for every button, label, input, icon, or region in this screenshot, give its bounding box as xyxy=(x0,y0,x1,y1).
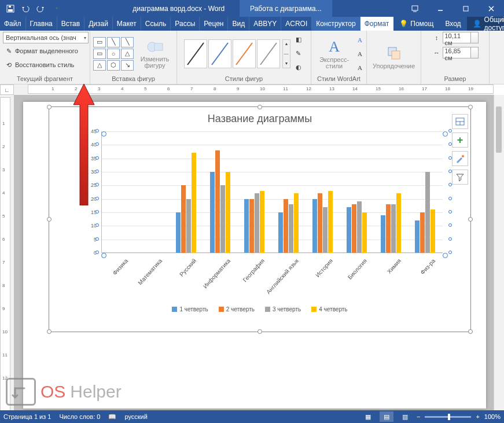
tab-home[interactable]: Главна xyxy=(26,17,57,31)
tab-references[interactable]: Ссыль xyxy=(141,17,171,31)
svg-line-12 xyxy=(236,43,252,65)
vertical-ruler[interactable]: 123456789101112 xyxy=(0,97,10,413)
zoom-level[interactable]: 100% xyxy=(484,413,501,420)
format-icon: ✎ xyxy=(4,46,13,56)
arrange-button[interactable]: Упорядочение xyxy=(369,44,418,71)
group-label: Вставка фигур xyxy=(112,75,155,83)
y-axis[interactable]: 051015202530354045 xyxy=(84,131,98,253)
page-indicator[interactable]: Страница 1 из 1 xyxy=(3,413,51,420)
read-mode-icon[interactable]: ▦ xyxy=(361,411,375,422)
text-outline-button[interactable]: A xyxy=(356,47,363,60)
chart-layout-icon[interactable] xyxy=(452,114,468,129)
quick-styles-button[interactable]: A Экспресс-стили xyxy=(314,37,354,71)
tab-chart-design[interactable]: Конструктор xyxy=(312,17,360,31)
ribbon-options-icon[interactable] xyxy=(402,2,428,16)
contextual-tools-label: Работа с диаграмма... xyxy=(240,0,332,17)
tab-abbyy[interactable]: ABBYY xyxy=(249,17,281,31)
text-effects-button[interactable]: A xyxy=(356,61,363,74)
shape-gallery[interactable]: ▭╲╲ ▭○△ △⬡↘ xyxy=(93,37,134,71)
save-icon[interactable] xyxy=(3,2,17,16)
tab-review[interactable]: Рецен xyxy=(200,17,228,31)
chart-elements-icon[interactable]: + xyxy=(452,133,468,148)
arrange-icon xyxy=(386,45,402,61)
style-more[interactable]: ▴—▾ xyxy=(282,39,290,68)
fill-icon: ◧ xyxy=(294,35,303,45)
horizontal-ruler[interactable]: 12345678910111213141516171819 xyxy=(28,84,494,94)
chart-filters-icon[interactable] xyxy=(452,170,468,185)
maximize-icon[interactable] xyxy=(453,2,479,16)
word-count[interactable]: Число слов: 0 xyxy=(59,413,100,420)
qat-customize-icon[interactable] xyxy=(49,2,62,16)
zoom-slider[interactable] xyxy=(425,416,471,418)
chart-object[interactable]: Название диаграммы 051015202530354045 Фи… xyxy=(49,106,471,332)
horizontal-ruler-row: ∟ 12345678910111213141516171819 xyxy=(0,84,494,95)
chart-side-buttons: + xyxy=(452,114,468,185)
close-icon[interactable] xyxy=(479,2,504,16)
text-fill-button[interactable]: A xyxy=(356,34,363,46)
svg-rect-1 xyxy=(8,9,13,12)
group-label: Стили фигур xyxy=(225,75,263,83)
print-layout-icon[interactable]: ▤ xyxy=(380,411,393,422)
tab-view[interactable]: Вид xyxy=(228,17,249,31)
zoom-out-icon[interactable]: − xyxy=(417,413,420,420)
undo-icon[interactable] xyxy=(19,2,32,16)
wordart-A-icon: A xyxy=(329,38,340,56)
tab-design[interactable]: Дизай xyxy=(84,17,113,31)
tab-file[interactable]: Файл xyxy=(0,17,26,31)
quick-access-toolbar xyxy=(0,2,62,16)
language-indicator[interactable]: русский xyxy=(124,413,147,420)
width-icon: ↔ xyxy=(432,48,442,57)
group-label: Текущий фрагмент xyxy=(17,75,73,83)
vertical-scrollbar[interactable] xyxy=(494,95,504,410)
watermark: OS Helper xyxy=(6,378,122,406)
window-controls xyxy=(402,2,504,16)
zoom-in-icon[interactable]: + xyxy=(476,413,479,420)
width-input[interactable]: 16,85 см xyxy=(443,47,479,58)
scrollbar-thumb[interactable] xyxy=(496,106,502,153)
tab-chart-format[interactable]: Формат xyxy=(360,17,394,31)
svg-line-13 xyxy=(260,43,277,65)
format-selection-button[interactable]: ✎Формат выделенного xyxy=(3,45,79,57)
chart-title[interactable]: Название диаграммы xyxy=(49,107,470,128)
web-layout-icon[interactable]: ▥ xyxy=(398,411,412,422)
legend[interactable]: 1 четверть2 четверть3 четверть4 четверть xyxy=(49,306,470,312)
tab-mailings[interactable]: Рассы xyxy=(171,17,200,31)
tab-insert[interactable]: Встав xyxy=(57,17,84,31)
reset-style-button[interactable]: ⟲Восстановить стиль xyxy=(3,58,75,71)
chart-plot-area[interactable]: 051015202530354045 xyxy=(84,131,443,253)
shape-fill-button[interactable]: ◧ xyxy=(293,34,304,46)
ribbon: Вертикальная ось (знач ✎Формат выделенно… xyxy=(0,31,504,84)
status-bar: Страница 1 из 1 Число слов: 0 📖 русский … xyxy=(0,410,504,423)
chart-element-combo[interactable]: Вертикальная ось (знач xyxy=(3,32,89,43)
bulb-icon: 💡 xyxy=(399,20,408,28)
minimize-icon[interactable] xyxy=(428,2,453,16)
svg-rect-5 xyxy=(463,6,468,11)
titlebar: диаграмма ворд.docx - Word Работа с диаг… xyxy=(0,0,504,17)
shape-effects-button[interactable]: ◐ xyxy=(293,61,304,74)
x-axis-labels[interactable]: ФизикаМатематикаРусскийИнформатикаГеогра… xyxy=(101,258,460,298)
chart-styles-icon[interactable] xyxy=(452,151,468,166)
svg-line-11 xyxy=(212,43,228,65)
tab-layout[interactable]: Макет xyxy=(113,17,141,31)
change-shape-icon xyxy=(146,39,164,55)
height-icon: ↕ xyxy=(432,33,442,42)
shape-style-gallery[interactable] xyxy=(184,39,280,68)
svg-rect-3 xyxy=(412,6,418,10)
ribbon-tabs: Файл Главна Встав Дизай Макет Ссыль Расс… xyxy=(0,17,504,31)
height-input[interactable]: 10,11 см xyxy=(443,32,479,43)
group-label: Размер xyxy=(444,75,466,83)
tell-me[interactable]: 💡Помощ xyxy=(393,17,439,31)
tab-selector[interactable]: ∟ xyxy=(0,84,14,95)
signin-button[interactable]: Вход xyxy=(439,17,466,31)
tab-acrobat[interactable]: ACROI xyxy=(281,17,312,31)
redo-icon[interactable] xyxy=(34,2,47,16)
svg-line-10 xyxy=(187,43,204,65)
spellcheck-icon[interactable]: 📖 xyxy=(108,413,116,421)
document-area[interactable]: Название диаграммы 051015202530354045 Фи… xyxy=(14,95,494,410)
document-title: диаграмма ворд.docx - Word xyxy=(133,5,225,13)
page: Название диаграммы 051015202530354045 Фи… xyxy=(23,102,486,409)
person-icon: 👤 xyxy=(473,20,481,28)
share-button[interactable]: 👤Общий доступ xyxy=(467,17,504,31)
group-size: ↕10,11 см ↔16,85 см Размер xyxy=(421,31,490,84)
shape-outline-button[interactable]: ✎ xyxy=(293,47,304,60)
